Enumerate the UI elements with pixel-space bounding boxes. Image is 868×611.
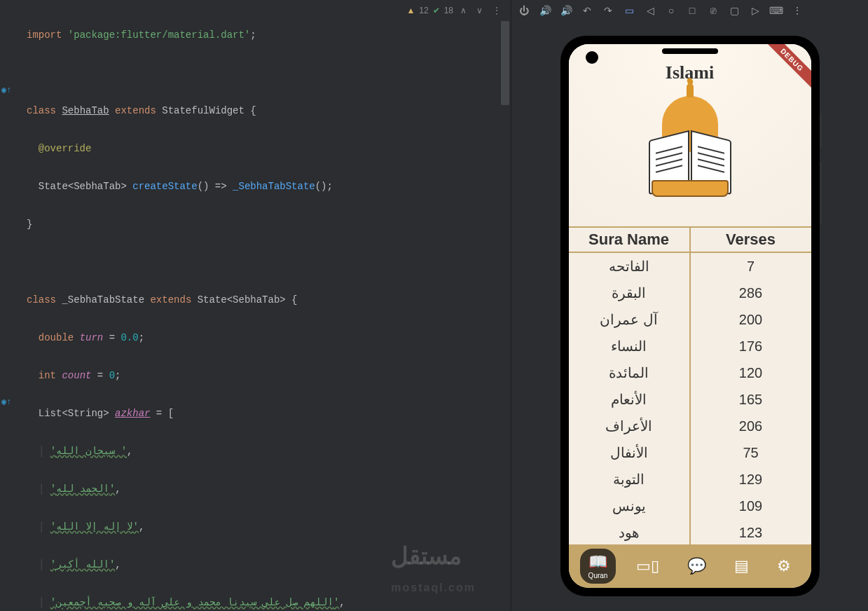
bottom-nav: 📖 Quran ▭▯ 💬 ▤ ⚙ <box>569 544 811 588</box>
header-sura-name: Sura Name <box>569 228 691 252</box>
verses-cell: 200 <box>691 306 811 333</box>
device-frame-icon[interactable]: ▭ <box>624 5 635 16</box>
table-row[interactable]: يونس109 <box>569 493 811 519</box>
table-header-row: Sura Name Verses <box>569 226 811 253</box>
app-header: Islami <box>569 44 811 226</box>
phone-power-button <box>820 113 822 148</box>
rotate-right-icon[interactable]: ↷ <box>602 5 614 16</box>
sura-name-cell: البقرة <box>569 280 691 306</box>
sura-name-cell: هود <box>569 519 691 544</box>
table-row[interactable]: البقرة286 <box>569 280 811 306</box>
keyboard-icon[interactable]: ⌨ <box>771 5 782 16</box>
open-book-icon: ▭▯ <box>636 557 659 575</box>
verses-cell: 7 <box>691 253 811 280</box>
table-row[interactable]: النساء176 <box>569 333 811 359</box>
overview-btn-icon[interactable]: □ <box>687 5 698 16</box>
table-row[interactable]: الأنفال75 <box>569 439 811 466</box>
nav-sebha[interactable]: 💬 <box>679 553 715 579</box>
gear-icon: ⚙ <box>777 557 791 575</box>
speech-icon: 💬 <box>687 557 706 575</box>
verses-cell: 120 <box>691 359 811 386</box>
code-area[interactable]: ◉↑ ◉↑ import 'package:flutter/material.d… <box>0 0 511 611</box>
verses-cell: 123 <box>691 519 811 544</box>
sura-name-cell: يونس <box>569 493 691 519</box>
power-icon[interactable]: ⏻ <box>518 5 530 16</box>
nav-settings[interactable]: ⚙ <box>769 553 799 579</box>
more-icon[interactable]: ⋮ <box>792 5 803 16</box>
phone-area: DEBUG Islami Sura Name <box>511 21 868 611</box>
sura-name-cell: آل عمران <box>569 306 691 333</box>
table-body[interactable]: الفاتحه7البقرة286آل عمران200النساء176الم… <box>569 253 811 544</box>
nav-quran[interactable]: 📖 Quran <box>580 549 616 584</box>
nav-book[interactable]: ▭▯ <box>628 553 668 579</box>
back-btn-icon[interactable]: ◁ <box>645 5 656 16</box>
sura-name-cell: الأنعام <box>569 386 691 413</box>
device-preview-pane: ⏻ 🔊 🔊 ↶ ↷ ▭ ◁ ○ □ ⎚ ▢ ▷ ⌨ ⋮ DEBUG Islami <box>511 0 868 611</box>
verses-cell: 109 <box>691 493 811 519</box>
editor-gutter: ◉↑ ◉↑ <box>0 0 22 611</box>
gutter-override-icon[interactable]: ◉↑ <box>1 393 11 412</box>
editor-scrollbar[interactable] <box>501 21 509 371</box>
phone-speaker <box>662 48 718 54</box>
play-icon[interactable]: ▷ <box>750 5 761 16</box>
camera-notch <box>586 51 598 64</box>
sura-table: Sura Name Verses الفاتحه7البقرة286آل عمر… <box>569 226 811 544</box>
preview-toolbar: ⏻ 🔊 🔊 ↶ ↷ ▭ ◁ ○ □ ⎚ ▢ ▷ ⌨ ⋮ <box>511 0 868 21</box>
sura-name-cell: المائدة <box>569 359 691 386</box>
verses-cell: 286 <box>691 280 811 306</box>
verses-cell: 176 <box>691 333 811 359</box>
sura-name-cell: الفاتحه <box>569 253 691 280</box>
table-row[interactable]: الفاتحه7 <box>569 253 811 280</box>
verses-cell: 206 <box>691 413 811 439</box>
sura-name-cell: الأعراف <box>569 413 691 439</box>
table-row[interactable]: الأعراف206 <box>569 413 811 439</box>
quran-icon: 📖 <box>588 553 607 571</box>
volume-down-icon[interactable]: 🔊 <box>560 5 572 16</box>
volume-up-icon[interactable]: 🔊 <box>539 5 551 16</box>
sura-name-cell: التوبة <box>569 466 691 493</box>
scrollbar-thumb[interactable] <box>501 21 509 105</box>
table-row[interactable]: الأنعام165 <box>569 386 811 413</box>
phone-volume-button <box>820 162 822 225</box>
verses-cell: 129 <box>691 466 811 493</box>
nav-radio[interactable]: ▤ <box>726 553 757 579</box>
table-row[interactable]: التوبة129 <box>569 466 811 493</box>
screenshot-icon[interactable]: ⎚ <box>708 5 719 16</box>
verses-cell: 165 <box>691 386 811 413</box>
code-editor-pane: ▲ 12 ✔ 18 ∧ ∨ ⋮ ◉↑ ◉↑ import 'package:fl… <box>0 0 511 611</box>
phone-frame: DEBUG Islami Sura Name <box>560 36 820 596</box>
header-verses: Verses <box>691 228 811 252</box>
verses-cell: 75 <box>691 439 811 466</box>
record-icon[interactable]: ▢ <box>729 5 740 16</box>
home-btn-icon[interactable]: ○ <box>666 5 677 16</box>
mosque-book-illustration <box>638 88 743 207</box>
gutter-override-icon[interactable]: ◉↑ <box>1 81 11 100</box>
class-private: _Sebha <box>62 294 97 306</box>
nav-quran-label: Quran <box>588 572 608 579</box>
table-row[interactable]: آل عمران200 <box>569 306 811 333</box>
table-row[interactable]: هود123 <box>569 519 811 544</box>
phone-screen[interactable]: DEBUG Islami Sura Name <box>569 44 811 588</box>
sura-name-cell: الأنفال <box>569 439 691 466</box>
table-row[interactable]: المائدة120 <box>569 359 811 386</box>
rotate-left-icon[interactable]: ↶ <box>581 5 593 16</box>
sura-name-cell: النساء <box>569 333 691 359</box>
radio-icon: ▤ <box>734 557 749 575</box>
code-content: import 'package:flutter/material.dart'; … <box>0 7 511 611</box>
